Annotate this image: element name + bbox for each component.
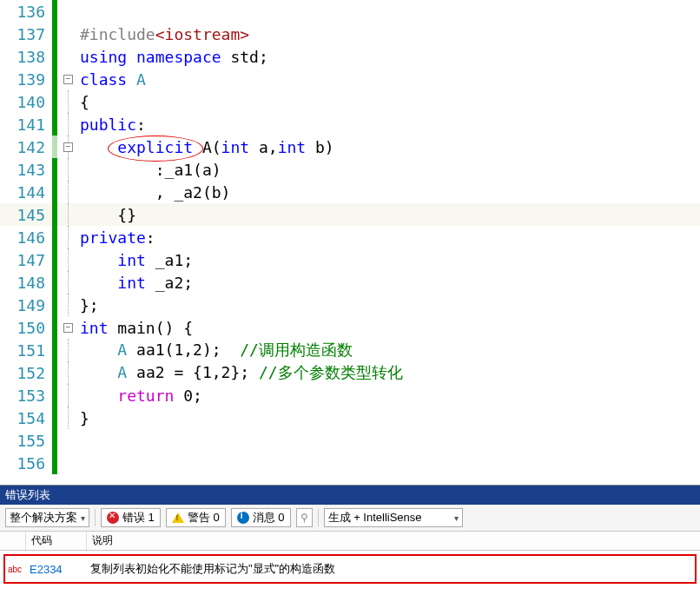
code-text[interactable]: , _a2(b): [78, 183, 700, 202]
errors-filter-button[interactable]: 错误 1: [101, 508, 161, 527]
outline-gutter: [57, 203, 78, 226]
line-number: 141: [0, 116, 52, 134]
column-blank[interactable]: [0, 532, 26, 550]
line-number: 144: [0, 183, 52, 202]
outline-gutter: [57, 407, 78, 429]
outline-gutter: [57, 429, 78, 452]
info-icon: [237, 512, 249, 524]
code-text[interactable]: :_a1(a): [78, 161, 700, 179]
line-number: 139: [0, 70, 52, 89]
collapse-toggle-icon[interactable]: −: [63, 142, 73, 152]
line-number: 138: [0, 48, 52, 66]
line-number: 137: [0, 25, 52, 43]
outline-gutter[interactable]: −: [57, 68, 78, 90]
collapse-toggle-icon[interactable]: −: [63, 75, 73, 84]
code-text[interactable]: private:: [78, 228, 700, 247]
line-number: 150: [0, 319, 52, 337]
code-text[interactable]: A aa1(1,2); //调用构造函数: [78, 340, 700, 360]
code-text[interactable]: public:: [78, 116, 700, 134]
line-number: 156: [0, 454, 52, 473]
code-text[interactable]: int main() {: [78, 319, 700, 337]
column-code[interactable]: 代码: [26, 532, 87, 550]
code-text[interactable]: #include<iostream>: [78, 25, 700, 43]
outline-gutter: [57, 158, 78, 181]
error-table-header: 代码 说明: [0, 532, 700, 551]
code-text[interactable]: int _a1;: [78, 251, 700, 269]
code-text[interactable]: {}: [78, 206, 700, 224]
code-line: 152 A aa2 = {1,2}; //多个参数类型转化: [0, 361, 700, 384]
outline-gutter: [57, 294, 78, 316]
code-line: 137 #include<iostream>: [0, 23, 700, 45]
messages-filter-button[interactable]: 消息 0: [231, 508, 291, 527]
error-code[interactable]: E2334: [24, 563, 85, 576]
scope-label: 整个解决方案: [10, 510, 77, 526]
code-line: 151 A aa1(1,2); //调用构造函数: [0, 339, 700, 361]
filter-button[interactable]: ⚲: [296, 508, 313, 527]
build-combo-label: 生成 + IntelliSense: [328, 510, 422, 526]
line-number: 154: [0, 409, 52, 427]
line-number: 148: [0, 274, 52, 292]
line-number: 152: [0, 364, 52, 382]
outline-gutter: [57, 452, 78, 474]
error-row[interactable]: abc E2334 复制列表初始化不能使用标记为"显式"的构造函数: [5, 559, 695, 578]
outline-gutter: [57, 113, 78, 136]
code-text[interactable]: int _a2;: [78, 274, 700, 292]
error-list-toolbar: 整个解决方案 ▾ 错误 1 警告 0 消息 0 ⚲ 生成 + IntelliSe…: [0, 505, 700, 532]
code-text[interactable]: {: [78, 93, 700, 111]
outline-gutter: [57, 226, 78, 248]
line-number: 147: [0, 251, 52, 269]
outline-gutter: [57, 181, 78, 203]
separator: [95, 509, 96, 526]
scope-combo[interactable]: 整个解决方案 ▾: [5, 508, 89, 527]
line-number: 146: [0, 228, 52, 247]
outline-gutter: [57, 384, 78, 407]
code-line: 144 , _a2(b): [0, 181, 700, 203]
code-line: 154 }: [0, 407, 700, 429]
code-line: 156: [0, 452, 700, 474]
code-text[interactable]: class A: [78, 70, 700, 89]
error-icon: [107, 512, 119, 524]
code-line: 149 };: [0, 294, 700, 316]
error-list-title[interactable]: 错误列表: [0, 485, 700, 505]
code-text[interactable]: using namespace std;: [78, 48, 700, 66]
chevron-down-icon: ▾: [81, 513, 85, 523]
outline-gutter: [57, 23, 78, 45]
code-text[interactable]: };: [78, 296, 700, 314]
outline-gutter: [57, 271, 78, 294]
code-line: 138 using namespace std;: [0, 45, 700, 68]
outline-gutter[interactable]: −: [57, 136, 78, 158]
code-text[interactable]: A aa2 = {1,2}; //多个参数类型转化: [78, 362, 700, 383]
code-line: 155: [0, 429, 700, 452]
code-line: 142 − explicit A(int a,int b): [0, 136, 700, 158]
code-text[interactable]: }: [78, 409, 700, 427]
collapse-toggle-icon[interactable]: −: [63, 323, 73, 333]
code-line: 140 {: [0, 90, 700, 113]
outline-gutter: [57, 361, 78, 384]
chevron-down-icon: ▾: [454, 513, 459, 523]
separator: [318, 509, 319, 526]
outline-gutter: [57, 0, 78, 23]
line-number: 142: [0, 138, 52, 156]
code-editor[interactable]: 136 137 #include<iostream> 138 using nam…: [0, 0, 700, 474]
warnings-label: 警告 0: [188, 510, 220, 526]
warnings-filter-button[interactable]: 警告 0: [166, 508, 226, 527]
code-text[interactable]: explicit A(int a,int b): [78, 138, 700, 156]
code-line: 147 int _a1;: [0, 248, 700, 271]
code-line: 141 public:: [0, 113, 700, 136]
code-line: 145 {}: [0, 203, 700, 226]
outline-gutter: [57, 90, 78, 113]
code-line: 139 − class A: [0, 68, 700, 90]
column-description[interactable]: 说明: [87, 532, 700, 550]
line-number: 155: [0, 432, 52, 450]
code-line: 148 int _a2;: [0, 271, 700, 294]
code-line: 153 return 0;: [0, 384, 700, 407]
code-text[interactable]: return 0;: [78, 387, 700, 405]
line-number: 143: [0, 161, 52, 179]
outline-gutter: [57, 339, 78, 361]
line-number: 153: [0, 387, 52, 405]
build-intellisense-combo[interactable]: 生成 + IntelliSense ▾: [324, 508, 463, 527]
code-line: 143 :_a1(a): [0, 158, 700, 181]
line-number: 140: [0, 93, 52, 111]
outline-gutter[interactable]: −: [57, 316, 78, 339]
line-number: 151: [0, 341, 52, 360]
